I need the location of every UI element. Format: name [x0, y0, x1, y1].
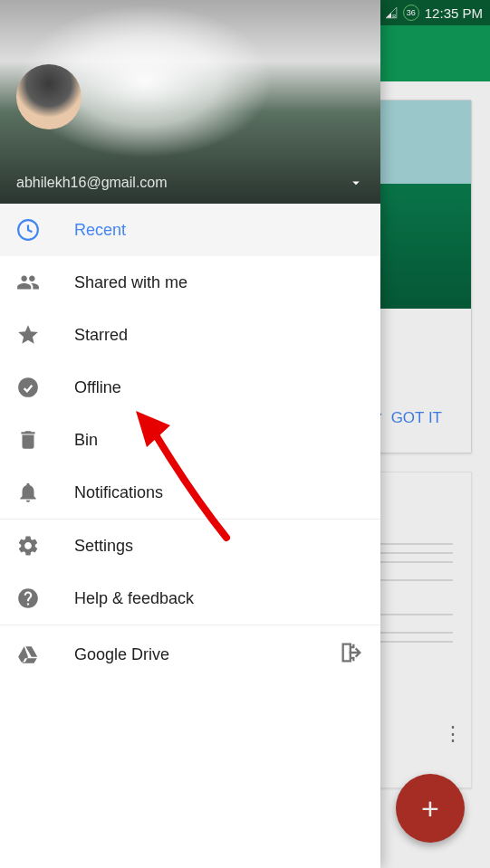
nav-item-notifications[interactable]: Notifications [0, 466, 380, 519]
drawer-header[interactable]: abhilekh16@gmail.com [0, 0, 380, 204]
nav-item-label: Google Drive [74, 645, 169, 664]
nav-item-shared[interactable]: Shared with me [0, 256, 380, 309]
nav-item-label: Help & feedback [74, 589, 194, 608]
nav-item-recent[interactable]: Recent [0, 204, 380, 256]
nav-item-help[interactable]: Help & feedback [0, 572, 380, 625]
trash-icon [16, 428, 40, 452]
nav-drawer: abhilekh16@gmail.com Recent Shared with … [0, 0, 380, 868]
clock-icon [16, 218, 40, 242]
star-icon [16, 323, 40, 347]
nav-item-label: Starred [74, 326, 128, 345]
open-external-icon [339, 640, 364, 670]
nav-item-label: Shared with me [74, 273, 187, 292]
help-icon [16, 587, 40, 610]
nav-item-offline[interactable]: Offline [0, 361, 380, 414]
chevron-down-icon[interactable] [348, 175, 364, 191]
nav-item-label: Notifications [74, 483, 163, 502]
nav-item-label: Offline [74, 378, 121, 397]
nav-item-starred[interactable]: Starred [0, 309, 380, 361]
nav-item-label: Bin [74, 431, 98, 450]
nav-item-drive[interactable]: Google Drive [0, 625, 380, 684]
nav-item-label: Settings [74, 537, 133, 556]
nav-item-label: Recent [74, 221, 126, 240]
offline-icon [16, 376, 40, 399]
svg-point-4 [18, 377, 38, 397]
nav-item-bin[interactable]: Bin [0, 414, 380, 466]
drawer-list: Recent Shared with me Starred Offline Bi… [0, 204, 380, 868]
avatar[interactable] [16, 64, 82, 129]
gear-icon [16, 534, 40, 558]
drive-icon [16, 644, 40, 667]
nav-item-settings[interactable]: Settings [0, 520, 380, 572]
people-icon [16, 271, 40, 294]
bell-icon [16, 481, 40, 504]
account-email: abhilekh16@gmail.com [16, 175, 168, 191]
